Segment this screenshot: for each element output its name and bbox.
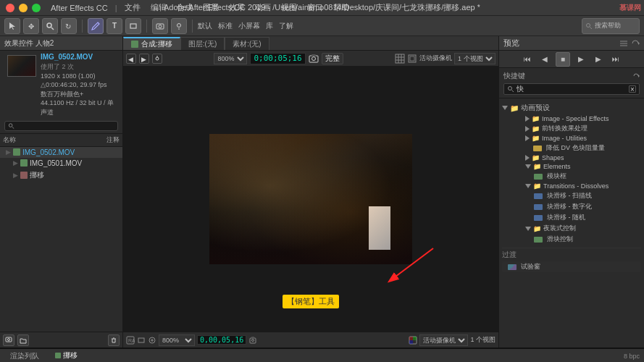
svg-rect-43 (409, 340, 413, 344)
tab-layer[interactable]: 图层:(无) (180, 37, 225, 50)
comp-toolbar-btn-1[interactable]: ◀ (126, 54, 136, 64)
toolbar-separator-2 (146, 20, 147, 33)
tree-leaf-nightmode[interactable]: 📁 夜装式控制 (511, 223, 644, 234)
timecode-display[interactable]: 0;00;05;16 (250, 53, 305, 64)
tab-render-queue[interactable]: 渲染列队 (4, 349, 45, 363)
tree-leaf-test-window[interactable]: 试验窗 (502, 261, 641, 272)
camera-icon (309, 54, 319, 64)
quickkeys-search[interactable]: 快 × (503, 83, 640, 95)
preview-menu-icon[interactable] (619, 39, 628, 48)
mac-minimize-btn[interactable] (19, 4, 28, 12)
tool-text[interactable]: T (106, 18, 122, 34)
new-comp-btn[interactable] (3, 334, 14, 346)
right-panel: 预览 ⏮ ◀ ■ ▶ ▶ ⏭ 快捷键 快 × (499, 36, 644, 348)
tree-leaf-slider[interactable]: 滑块控制 (511, 234, 644, 245)
item-icon-1 (13, 148, 20, 156)
footage-resolution: 1920 x 1080 (1.00) (41, 72, 120, 81)
folder-icon-pt: 📁 (532, 125, 540, 132)
tree-leaf-special-effects[interactable]: 📁 Image - Special Effects (511, 114, 644, 123)
tree-leaf-slide3[interactable]: 块滑移 - 随机 (511, 212, 644, 223)
quickkeys-search-icon (507, 85, 514, 93)
tree-leaf-pretransition[interactable]: 📁 前转换效果处理 (511, 123, 644, 134)
views-select[interactable]: 1 个视图 (454, 53, 495, 64)
tool-search-help[interactable]: 搜索帮助 (582, 18, 640, 34)
tool-shape[interactable] (125, 18, 141, 34)
quickkeys-label: 快捷键 (503, 71, 525, 81)
search-icon (8, 122, 14, 130)
preview-skip-start[interactable]: ⏮ (521, 53, 534, 66)
preview-refresh-icon[interactable] (631, 39, 640, 48)
tree-leaf-slider-label: 滑块控制 (547, 235, 573, 244)
quickkeys-close-btn[interactable]: × (629, 85, 636, 93)
preview-prev-frame[interactable]: ◀ (538, 53, 551, 66)
title-bar-menu-file[interactable]: 文件 (125, 2, 141, 13)
folder-icon-se: 📁 (532, 115, 540, 122)
tree-leaf-slide2-label: 块滑移 - 数字化 (547, 202, 592, 211)
tool-pen[interactable] (88, 18, 104, 34)
zoom-select[interactable]: 800% (214, 53, 247, 64)
camera-view-label: 活动摄像机 (419, 54, 452, 63)
snapshot-icon[interactable] (248, 336, 257, 345)
svg-text:RAM: RAM (128, 338, 135, 343)
tree-leaf-test-window-label: 试验窗 (521, 262, 540, 272)
comp-channels-controls: 活动摄像机 1 个视图 (409, 334, 495, 346)
tab-composition[interactable]: 合成:挪移 (123, 37, 180, 50)
tree-leaf-modblock[interactable]: 模块框 (511, 171, 644, 182)
search-input-wrap[interactable] (4, 121, 118, 131)
folder-icon-sh: 📁 (532, 154, 540, 161)
svg-point-14 (8, 338, 10, 340)
tree-leaf-shapes[interactable]: 📁 Shapes (511, 153, 644, 162)
preview-play[interactable]: ▶ (574, 53, 587, 66)
comp-toolbar-btn-3[interactable] (152, 54, 162, 64)
tool-zoom[interactable] (42, 18, 58, 34)
tool-move[interactable]: ✥ (23, 18, 39, 34)
preview-stop[interactable]: ■ (556, 52, 570, 67)
camera-bottom-select[interactable]: 活动摄像机 (419, 334, 468, 346)
comp-toolbar-btn-2[interactable]: ▶ (139, 54, 149, 64)
tree-node-presets-header[interactable]: 📁 动画预设 (499, 101, 644, 114)
center-panel: 合成:挪移 图层:(无) 素材:(无) ◀ ▶ 80 (123, 36, 499, 348)
tree-leaf-dv[interactable]: 降低 DV 色块阻量量 (511, 143, 644, 153)
footage-datarate: 数百万种颜色+ (41, 90, 120, 99)
tool-camera[interactable] (152, 18, 168, 34)
names-header: 名称 注释 (0, 134, 122, 147)
tree-leaf-elements[interactable]: 📁 Elements (511, 162, 644, 171)
tab-footage[interactable]: 素材:(无) (225, 37, 269, 50)
effect-icon-s1 (534, 193, 543, 199)
mac-maximize-btn[interactable] (32, 4, 41, 12)
tree-leaf-transitions[interactable]: 📁 Transitions - Dissolves (511, 182, 644, 190)
tree-leaf-slide1[interactable]: 块滑移 - 扫描线 (511, 190, 644, 201)
tree-leaf-utilities[interactable]: 📁 Image - Utilities (511, 134, 644, 143)
toolbar-label-learn: 了解 (279, 21, 293, 31)
tool-rotate[interactable]: ↻ (61, 18, 77, 34)
preview-controls: ⏮ ◀ ■ ▶ ▶ ⏭ (499, 51, 644, 68)
tab-footage-label: 素材:(无) (233, 39, 261, 49)
zoom-bottom-select[interactable]: 800% (159, 334, 195, 346)
svg-rect-13 (6, 337, 12, 342)
delete-btn[interactable] (108, 334, 120, 346)
svg-rect-4 (130, 24, 136, 28)
comp-bottom-bar: RAM 800% 0,00,05,16 活动摄像机 1 个视图 (123, 332, 498, 348)
tool-light[interactable] (171, 18, 187, 34)
tab-nuoyi[interactable]: 挪移 (49, 349, 83, 363)
new-folder-btn[interactable] (17, 334, 29, 346)
preview-skip-end[interactable]: ⏭ (609, 53, 622, 66)
svg-point-6 (159, 25, 162, 28)
tool-selection[interactable] (4, 18, 20, 34)
tree-leaf-slide2[interactable]: 块滑移 - 数字化 (511, 201, 644, 212)
search-input[interactable] (17, 122, 114, 130)
ram-preview-icon: RAM (126, 336, 135, 345)
zoom-control: 800% (214, 53, 247, 64)
project-item-2[interactable]: ▶ IMG_0501.MOV (0, 158, 122, 169)
project-item-1[interactable]: ▶ IMG_0502.MOV (0, 147, 122, 158)
svg-rect-41 (409, 337, 413, 340)
svg-marker-48 (638, 75, 640, 77)
preview-next-frame[interactable]: ▶ (592, 53, 605, 66)
project-item-3[interactable]: ▶ 挪移 (0, 169, 122, 182)
composition-view: 【钢笔】工具 (123, 67, 498, 332)
mac-close-btn[interactable] (6, 4, 14, 12)
quality-btn[interactable]: 完整 (322, 53, 343, 64)
quickkeys-refresh[interactable] (632, 72, 640, 80)
effect-icon-sl (534, 237, 543, 243)
effect-icon-s3 (534, 215, 543, 221)
